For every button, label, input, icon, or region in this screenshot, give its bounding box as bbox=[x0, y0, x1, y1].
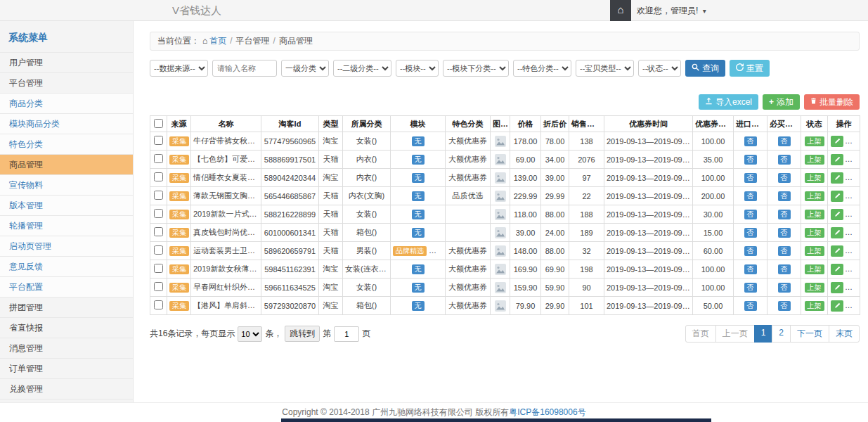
status-badge: 采集 bbox=[169, 283, 189, 293]
feature-cell: 大额优惠券 bbox=[446, 169, 491, 187]
row-select-cell bbox=[150, 297, 167, 315]
type-cell: 淘宝 bbox=[319, 260, 343, 279]
column-header: 操作 bbox=[828, 116, 860, 132]
sidebar-item[interactable]: 商品分类 bbox=[0, 93, 133, 113]
page-button[interactable]: 首页 bbox=[685, 325, 716, 343]
sidebar-item[interactable]: 平台配置 bbox=[0, 276, 133, 297]
module-cell: 无 bbox=[391, 297, 446, 315]
product-image bbox=[495, 172, 506, 184]
page-unit: 页 bbox=[362, 328, 370, 340]
sidebar-item[interactable]: 版本管理 bbox=[0, 195, 133, 215]
sidebar-item[interactable]: 用户管理 bbox=[0, 52, 133, 72]
status-badge: 上架 bbox=[805, 155, 824, 165]
search-button[interactable]: 查询 bbox=[685, 60, 725, 77]
filter-select[interactable]: --二级分类-- bbox=[333, 60, 391, 77]
row-checkbox[interactable] bbox=[154, 172, 163, 181]
breadcrumb-home-link[interactable]: 首页 bbox=[209, 36, 226, 46]
jump-button[interactable]: 跳转到 bbox=[285, 326, 320, 342]
sidebar-item[interactable]: 兑换管理 bbox=[0, 378, 133, 399]
sidebar-item[interactable]: 意见反馈 bbox=[0, 256, 133, 276]
row-checkbox[interactable] bbox=[154, 154, 163, 163]
page-button[interactable]: 下一页 bbox=[790, 325, 829, 343]
edit-button[interactable] bbox=[831, 154, 843, 165]
type-cell: 淘宝 bbox=[319, 297, 343, 315]
filter-select[interactable]: 一级分类 bbox=[281, 60, 329, 77]
edit-button[interactable] bbox=[831, 300, 843, 312]
filter-select[interactable]: --特色分类-- bbox=[513, 60, 571, 77]
edit-button[interactable] bbox=[831, 172, 843, 184]
row-checkbox[interactable] bbox=[154, 209, 163, 218]
sidebar-item[interactable]: 轮播管理 bbox=[0, 215, 133, 236]
sidebar-item[interactable]: 省直快报 bbox=[0, 317, 133, 338]
row-checkbox[interactable] bbox=[154, 264, 163, 273]
edit-button[interactable] bbox=[831, 136, 843, 147]
filter-select[interactable]: --状态-- bbox=[638, 60, 681, 77]
filter-select[interactable]: --模块-- bbox=[396, 60, 439, 77]
reset-button[interactable]: 重置 bbox=[730, 60, 770, 77]
user-menu[interactable]: 欢迎您，管理员! ▾ bbox=[637, 0, 706, 22]
icp-link[interactable]: 粤ICP备16098006号 bbox=[509, 407, 585, 417]
edit-button[interactable] bbox=[831, 264, 843, 275]
column-header: 所属分类 bbox=[343, 116, 391, 132]
sidebar-item[interactable]: 启动页管理 bbox=[0, 236, 133, 256]
edit-button[interactable] bbox=[831, 191, 843, 202]
op-cell bbox=[828, 187, 860, 205]
category-cell: 女装(连衣裙) bbox=[343, 260, 391, 279]
product-image bbox=[495, 282, 506, 293]
row-checkbox[interactable] bbox=[154, 191, 163, 200]
discount-price-cell: 69.90 bbox=[541, 260, 569, 279]
filter-select[interactable]: --数据来源-- bbox=[150, 60, 208, 77]
product-name-cell: 2019新款女秋薄款... bbox=[191, 260, 261, 279]
module-cell: 无 bbox=[391, 187, 446, 205]
sidebar-item[interactable]: 宣传物料 bbox=[0, 174, 133, 195]
sidebar-item[interactable]: 特色分类 bbox=[0, 134, 133, 154]
row-checkbox[interactable] bbox=[154, 282, 163, 291]
price-cell: 139.00 bbox=[510, 169, 541, 187]
row-checkbox[interactable] bbox=[154, 245, 163, 255]
filter-select[interactable]: --宝贝类型-- bbox=[576, 60, 634, 77]
type-cell: 天猫 bbox=[319, 187, 343, 205]
home-button[interactable]: ⌂ bbox=[610, 0, 631, 21]
import-excel-button[interactable]: 导入excel bbox=[699, 94, 758, 110]
select-all-checkbox[interactable] bbox=[154, 119, 163, 128]
page-button[interactable]: 上一页 bbox=[715, 325, 755, 343]
sidebar-item[interactable]: 商品管理 bbox=[0, 154, 133, 174]
batch-delete-button[interactable]: 批量删除 bbox=[804, 94, 860, 110]
source-cell: 采集 bbox=[167, 151, 191, 169]
taoke-id-cell: 589042420344 bbox=[261, 169, 319, 187]
sidebar-menu: 用户管理平台管理商品分类模块商品分类特色分类商品管理宣传物料版本管理轮播管理启动… bbox=[0, 52, 133, 402]
sidebar-item[interactable]: 拼团管理 bbox=[0, 297, 133, 317]
taoke-id-cell: 597293020870 bbox=[261, 297, 319, 315]
table-row: 采集真皮钱包时尚优雅女士...601000601341天猫箱包()无39.002… bbox=[150, 224, 860, 242]
page-button[interactable]: 2 bbox=[772, 325, 791, 343]
row-checkbox[interactable] bbox=[154, 136, 163, 145]
page-button[interactable]: 末页 bbox=[829, 325, 860, 343]
row-checkbox[interactable] bbox=[154, 300, 163, 309]
sidebar-item[interactable]: 订单管理 bbox=[0, 358, 133, 378]
row-select-cell bbox=[150, 169, 167, 187]
table-row: 采集运动套装男士卫衣初秋...589620659791天猫男装()品牌精选 爱上… bbox=[150, 242, 860, 260]
page-number-input[interactable] bbox=[334, 326, 359, 342]
per-page-select[interactable]: 10 bbox=[238, 326, 262, 342]
add-button[interactable]: + 添加 bbox=[763, 94, 800, 110]
sidebar-item[interactable]: 模块商品分类 bbox=[0, 113, 133, 134]
sidebar-item[interactable]: 消息管理 bbox=[0, 338, 133, 358]
filter-select[interactable]: --模块下分类-- bbox=[443, 60, 509, 77]
row-checkbox[interactable] bbox=[154, 227, 163, 236]
product-name-cell: 2019新款一片式系... bbox=[191, 205, 261, 224]
sidebar-item[interactable]: 平台管理 bbox=[0, 72, 133, 93]
page-button[interactable]: 1 bbox=[754, 325, 773, 343]
name-search-input[interactable] bbox=[212, 60, 277, 77]
column-header: 图标 bbox=[491, 116, 510, 132]
edit-button[interactable] bbox=[831, 209, 843, 220]
edit-button[interactable] bbox=[831, 245, 843, 257]
table-row: 采集【港风】单肩斜挎链条...597293020870淘宝箱包()无大额优惠券7… bbox=[150, 297, 860, 315]
edit-button[interactable] bbox=[831, 227, 843, 238]
status-badge: 否 bbox=[778, 173, 791, 183]
must-buy-cell: 否 bbox=[767, 151, 801, 169]
product-image bbox=[495, 209, 506, 220]
import-select-cell: 否 bbox=[734, 169, 767, 187]
module-cell: 无 bbox=[391, 205, 446, 224]
source-cell: 采集 bbox=[167, 132, 191, 151]
edit-button[interactable] bbox=[831, 282, 843, 293]
